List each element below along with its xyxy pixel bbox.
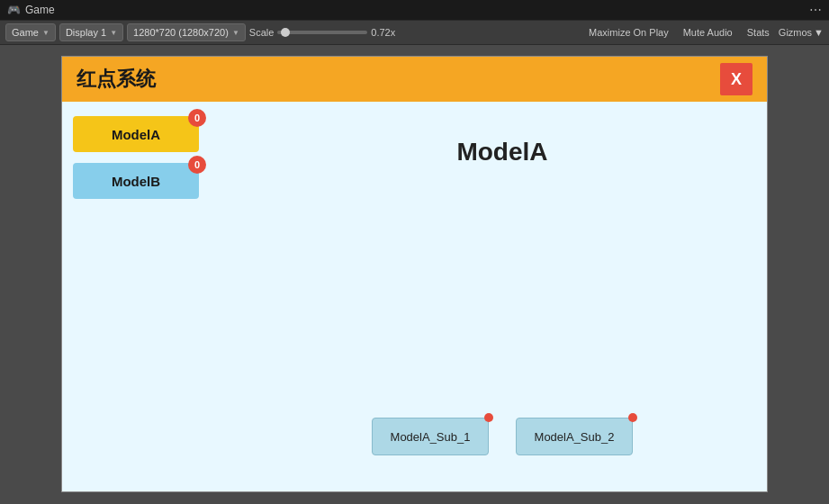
chevron-down-icon: ▼ [110,29,117,37]
chevron-down-icon: ▼ [814,27,824,38]
sub-item-1-container: ModelA_Sub_1 [372,418,489,455]
game-close-button[interactable]: X [720,63,752,95]
mute-audio-button[interactable]: Mute Audio [678,25,738,40]
scale-thumb [281,28,290,37]
sub-items-row: ModelA_Sub_1 ModelA_Sub_2 [238,418,767,455]
game-window-body: ModelA 0 ModelB 0 ModelA [62,102,767,491]
maximize-on-play-button[interactable]: Maximize On Play [583,25,674,40]
resolution-dropdown[interactable]: 1280*720 (1280x720) ▼ [127,23,246,41]
chevron-down-icon: ▼ [42,29,50,37]
sub-item-2-container: ModelA_Sub_2 [516,418,633,455]
chevron-down-icon: ▼ [232,29,239,37]
model-b-button[interactable]: ModelB [73,163,199,199]
model-b-badge: 0 [188,156,206,174]
main-model-title: ModelA [456,138,547,166]
title-bar: 🎮 Game ⋯ [0,0,829,20]
stats-button[interactable]: Stats [742,25,775,40]
toolbar: Game ▼ Display 1 ▼ 1280*720 (1280x720) ▼… [0,20,829,45]
gizmos-dropdown[interactable]: Gizmos ▼ [779,27,824,38]
game-window: 红点系统 X ModelA 0 ModelB 0 [61,56,768,492]
left-panel: ModelA 0 ModelB 0 [62,102,238,491]
game-area: 红点系统 X ModelA 0 ModelB 0 [0,45,829,504]
sub-item-1-badge [484,413,493,422]
display-dropdown[interactable]: Display 1 ▼ [59,23,123,41]
model-a-button[interactable]: ModelA [73,116,199,152]
game-dropdown[interactable]: Game ▼ [5,23,56,41]
scale-value: 0.72x [371,27,395,38]
sub-item-2-button[interactable]: ModelA_Sub_2 [516,418,633,455]
sub-item-2-badge [628,413,637,422]
scale-label: Scale [249,27,275,38]
scale-slider[interactable] [277,31,367,34]
model-b-container: ModelB 0 [73,163,199,199]
model-a-container: ModelA 0 [73,116,199,152]
game-window-title: 红点系统 [77,66,156,93]
model-a-badge: 0 [188,109,206,127]
sub-item-1-button[interactable]: ModelA_Sub_1 [372,418,489,455]
title-bar-menu[interactable]: ⋯ [809,3,822,17]
scale-control: Scale 0.72x [249,27,395,38]
title-bar-label: Game [25,4,55,16]
game-icon: 🎮 [7,4,20,16]
game-window-header: 红点系统 X [62,57,767,102]
